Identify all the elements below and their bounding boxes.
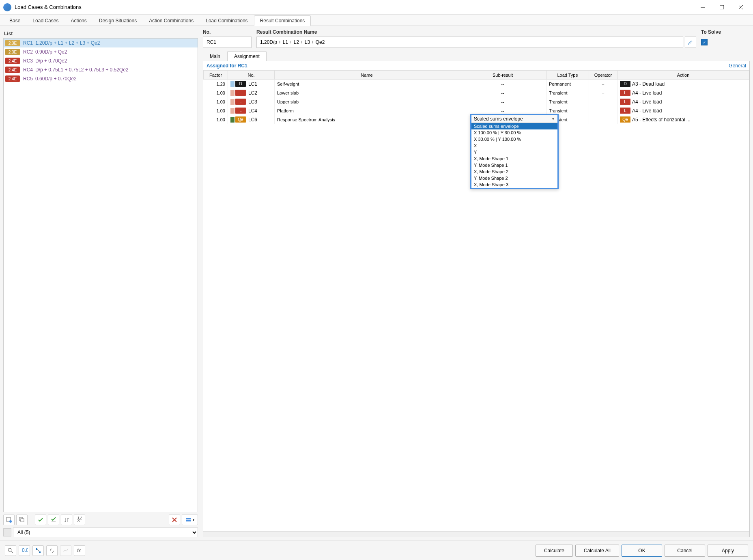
- horizontal-scrollbar[interactable]: [203, 531, 749, 537]
- dropdown-option[interactable]: X, Mode Shape 3: [471, 181, 557, 188]
- link-button[interactable]: [46, 545, 58, 556]
- tab-base[interactable]: Base: [3, 15, 26, 26]
- cell-action: LA4 - Live load: [617, 106, 749, 115]
- cell-no: LLC4: [228, 106, 275, 115]
- dropdown-option[interactable]: X, Mode Shape 1: [471, 155, 557, 162]
- result-combination-list[interactable]: 2.3E RC11.20D/p + L1 + L2 + L3 + Qe22.3E…: [3, 38, 198, 512]
- svg-text:2: 2: [80, 517, 82, 521]
- ok-button[interactable]: OK: [622, 545, 662, 557]
- column-header[interactable]: Name: [275, 71, 459, 80]
- dropdown-option[interactable]: Y, Mode Shape 2: [471, 175, 557, 181]
- no-field[interactable]: RC1: [203, 37, 252, 48]
- delete-button[interactable]: [169, 515, 180, 525]
- calculate-all-button[interactable]: Calculate All: [575, 545, 619, 557]
- main-tabstrip: BaseLoad CasesActionsDesign SituationsAc…: [0, 15, 753, 26]
- dropdown-option[interactable]: X 30.00 % | Y 100.00 %: [471, 136, 557, 142]
- svg-text:3: 3: [77, 518, 80, 523]
- dropdown-selected-value[interactable]: Scaled sums envelope ▼: [471, 115, 557, 123]
- cell-factor: 1.00: [204, 88, 228, 97]
- assignment-title: Assigned for RC1: [207, 63, 729, 69]
- copy-item-button[interactable]: [16, 515, 28, 525]
- column-header[interactable]: Sub-result: [459, 71, 546, 80]
- new-item-button[interactable]: [3, 515, 15, 525]
- right-panel: No. RC1 Result Combination Name 1.20D/p …: [203, 29, 750, 537]
- check-icon-button[interactable]: [35, 515, 46, 525]
- action-badge: D: [620, 81, 630, 87]
- maximize-button[interactable]: [712, 0, 731, 15]
- column-header[interactable]: Operator: [589, 71, 617, 80]
- column-header[interactable]: No.: [228, 71, 275, 80]
- dropdown-option[interactable]: X, Mode Shape 2: [471, 168, 557, 175]
- dropdown-option[interactable]: Y: [471, 149, 557, 155]
- close-button[interactable]: [731, 0, 750, 15]
- general-link[interactable]: General: [729, 63, 746, 69]
- fx-button[interactable]: fx: [74, 545, 85, 556]
- edit-name-button[interactable]: [685, 37, 696, 48]
- cell-name: Upper slab: [275, 97, 459, 106]
- svg-rect-7: [21, 519, 24, 522]
- filter-color-swatch[interactable]: [3, 528, 11, 536]
- dropdown-option[interactable]: Scaled sums envelope: [471, 123, 557, 129]
- tab-result-combinations[interactable]: Result Combinations: [254, 15, 311, 26]
- svg-text:fx: fx: [77, 548, 81, 554]
- dropdown-option[interactable]: Y, Mode Shape 1: [471, 162, 557, 168]
- subtab-assignment[interactable]: Assignment: [227, 51, 267, 61]
- cell-subresult[interactable]: --: [459, 97, 546, 106]
- list-item[interactable]: 2.4E RC4D/p + 0.75L1 + 0.75L2 + 0.75L3 +…: [4, 65, 198, 74]
- list-item-text: RC50.60D/p + 0.70Qe2: [23, 76, 77, 82]
- subresult-dropdown[interactable]: Scaled sums envelope ▼ Scaled sums envel…: [470, 114, 559, 189]
- renumber-button[interactable]: 123: [74, 515, 85, 525]
- cell-subresult[interactable]: --: [459, 80, 546, 88]
- cell-operator: [589, 115, 617, 124]
- tab-design-situations[interactable]: Design Situations: [93, 15, 143, 26]
- view-mode-button[interactable]: ▾: [182, 515, 198, 525]
- cell-name: Self-weight: [275, 80, 459, 88]
- lc-swatch: [230, 90, 235, 96]
- list-filter-row: All (5): [3, 528, 198, 537]
- table-row[interactable]: 1.00 LLC3 Upper slab -- Transient + LA4 …: [204, 97, 749, 106]
- apply-button[interactable]: Apply: [708, 545, 748, 557]
- list-item-text: RC3D/p + 0.70Qe2: [23, 58, 67, 64]
- column-header[interactable]: Action: [617, 71, 749, 80]
- list-item-badge: 2.3E: [5, 40, 20, 46]
- connections-button[interactable]: [32, 545, 44, 556]
- no-label: No.: [203, 29, 252, 35]
- cancel-button[interactable]: Cancel: [665, 545, 705, 557]
- window-title: Load Cases & Combinations: [15, 4, 693, 10]
- tab-load-cases[interactable]: Load Cases: [26, 15, 65, 26]
- subtab-main[interactable]: Main: [203, 51, 227, 61]
- sort-button[interactable]: [61, 515, 72, 525]
- units-button[interactable]: 0.00: [19, 545, 30, 556]
- tab-load-combinations[interactable]: Load Combinations: [200, 15, 254, 26]
- list-item[interactable]: 2.4E RC3D/p + 0.70Qe2: [4, 56, 198, 65]
- check2-icon-button[interactable]: [48, 515, 59, 525]
- table-row[interactable]: 1.00 LLC2 Lower slab -- Transient + LA4 …: [204, 88, 749, 97]
- svg-rect-15: [186, 520, 191, 521]
- tab-actions[interactable]: Actions: [65, 15, 93, 26]
- tab-action-combinations[interactable]: Action Combinations: [143, 15, 200, 26]
- calculate-button[interactable]: Calculate: [536, 545, 573, 557]
- column-header[interactable]: Load Type: [546, 71, 589, 80]
- graph-button[interactable]: [60, 545, 71, 556]
- cell-operator: +: [589, 80, 617, 88]
- cell-no: LLC3: [228, 97, 275, 106]
- name-field[interactable]: 1.20D/p + L1 + L2 + L3 + Qe2: [256, 37, 683, 48]
- list-item[interactable]: 2.3E RC20.90D/p + Qe2: [4, 47, 198, 56]
- cell-no: DLC1: [228, 80, 275, 88]
- cell-factor: 1.00: [204, 97, 228, 106]
- minimize-button[interactable]: [693, 0, 712, 15]
- list-header: List: [3, 29, 198, 38]
- cell-name: Response Spectrum Analysis: [275, 115, 459, 124]
- table-row[interactable]: 1.20 DLC1 Self-weight -- Permanent + DA3…: [204, 80, 749, 88]
- dropdown-option[interactable]: X 100.00 % | Y 30.00 %: [471, 129, 557, 136]
- to-solve-checkbox[interactable]: ✓: [701, 39, 708, 45]
- column-header[interactable]: Factor: [204, 71, 228, 80]
- filter-select[interactable]: All (5): [13, 528, 198, 537]
- cell-subresult[interactable]: --: [459, 88, 546, 97]
- dropdown-option[interactable]: X: [471, 142, 557, 149]
- lc-type-badge: L: [235, 90, 246, 96]
- zoom-button[interactable]: [5, 545, 16, 556]
- list-item-text: RC20.90D/p + Qe2: [23, 49, 67, 55]
- list-item[interactable]: 2.3E RC11.20D/p + L1 + L2 + L3 + Qe2: [4, 39, 198, 47]
- list-item[interactable]: 2.4E RC50.60D/p + 0.70Qe2: [4, 74, 198, 83]
